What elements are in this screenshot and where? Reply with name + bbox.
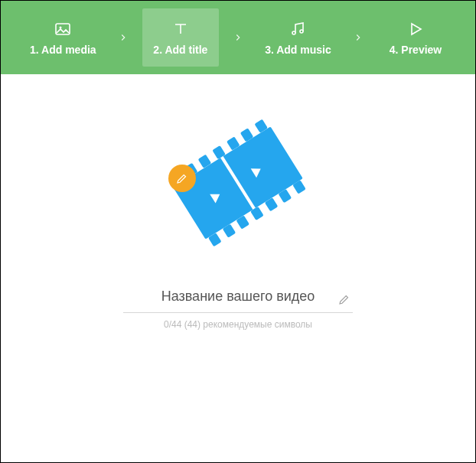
step-label: 4. Preview [390, 44, 442, 56]
video-title-input[interactable] [123, 289, 353, 305]
title-illustration [181, 128, 295, 258]
music-icon [288, 19, 308, 39]
step-label: 2. Add title [153, 44, 207, 56]
step-preview[interactable]: 4. Preview [377, 8, 454, 67]
app-frame: 1. Add media 2. Add title 3. Add music [0, 0, 476, 463]
step-label: 1. Add media [30, 44, 96, 56]
video-title-block: 0/44 (44) рекомендуемые символы [123, 289, 353, 330]
text-icon [171, 19, 191, 39]
image-icon [53, 19, 73, 39]
chevron-right-icon [231, 32, 245, 43]
step-add-title[interactable]: 2. Add title [142, 8, 219, 67]
stepper-steps: 1. Add media 2. Add title 3. Add music [22, 8, 454, 67]
chevron-right-icon [116, 32, 130, 43]
svg-point-2 [292, 31, 295, 34]
pencil-icon[interactable] [337, 292, 353, 308]
svg-point-3 [300, 30, 303, 33]
wizard-stepper: 1. Add media 2. Add title 3. Add music [1, 1, 475, 74]
edit-badge-icon [168, 165, 196, 192]
video-title-row [123, 289, 353, 313]
svg-rect-0 [56, 24, 70, 34]
char-count-hint: 0/44 (44) рекомендуемые символы [164, 319, 312, 330]
play-icon [406, 19, 425, 39]
main-panel: 0/44 (44) рекомендуемые символы [1, 74, 475, 462]
step-label: 3. Add music [265, 44, 331, 56]
step-add-music[interactable]: 3. Add music [257, 8, 339, 67]
step-add-media[interactable]: 1. Add media [22, 8, 104, 67]
chevron-right-icon [351, 32, 365, 43]
